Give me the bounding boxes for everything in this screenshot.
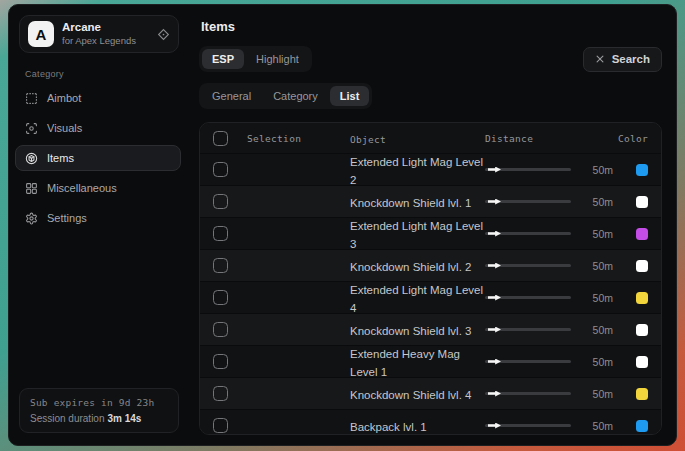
- gear-icon: [25, 212, 38, 225]
- color-swatch[interactable]: [636, 228, 648, 240]
- column-header-distance: Distance: [485, 133, 533, 144]
- row-object: Backpack lvl. 1: [350, 421, 427, 433]
- row-checkbox[interactable]: [213, 386, 228, 401]
- app-window: A Arcane for Apex Legends Category: [8, 4, 677, 446]
- pin-icon[interactable]: [157, 28, 170, 41]
- sidebar-item-label: Miscellaneous: [47, 182, 117, 194]
- column-header-selection: Selection: [247, 133, 301, 144]
- row-distance-value: 50m: [593, 164, 613, 176]
- app-name: Arcane: [62, 21, 149, 34]
- column-header-object: Object: [350, 134, 386, 145]
- sidebar-item-items[interactable]: Items: [15, 145, 181, 171]
- session-duration-text: Session duration3m 14s: [30, 413, 168, 424]
- row-distance-value: 50m: [593, 228, 613, 240]
- sidebar-item-settings[interactable]: Settings: [15, 205, 181, 231]
- row-object: Knockdown Shield lvl. 3: [350, 325, 471, 337]
- distance-slider[interactable]: [485, 420, 571, 432]
- color-swatch[interactable]: [636, 196, 648, 208]
- table-row: Extended Light Mag Level 3 50m: [200, 217, 661, 249]
- row-object: Knockdown Shield lvl. 4: [350, 389, 471, 401]
- table-row: Knockdown Shield lvl. 4 50m: [200, 377, 661, 409]
- row-checkbox[interactable]: [213, 226, 228, 241]
- tab-general[interactable]: General: [202, 86, 261, 106]
- mode-tabs: ESP Highlight: [199, 46, 312, 72]
- column-header-color: Color: [618, 133, 648, 144]
- row-object: Extended Heavy Mag Level 1: [350, 348, 460, 378]
- main-panel: Items ESP Highlight Search General Categ…: [187, 5, 676, 445]
- sidebar-item-label: Visuals: [47, 122, 82, 134]
- mode-toolbar: ESP Highlight Search: [199, 46, 662, 72]
- table-body: Extended Light Mag Level 2 50m Knockdown…: [200, 153, 661, 435]
- distance-slider[interactable]: [485, 260, 571, 272]
- sidebar-item-aimbot[interactable]: Aimbot: [15, 85, 181, 111]
- crosshair-box-icon: [25, 92, 38, 105]
- select-all-checkbox[interactable]: [213, 131, 228, 146]
- color-swatch[interactable]: [636, 164, 648, 176]
- tab-category[interactable]: Category: [263, 86, 328, 106]
- table-row: Extended Light Mag Level 4 50m: [200, 281, 661, 313]
- package-icon: [25, 152, 38, 165]
- row-distance-value: 50m: [593, 356, 613, 368]
- sidebar-item-label: Items: [47, 152, 74, 164]
- scan-eye-icon: [25, 122, 38, 135]
- sidebar-item-miscellaneous[interactable]: Miscellaneous: [15, 175, 181, 201]
- color-swatch[interactable]: [636, 420, 648, 432]
- color-swatch[interactable]: [636, 324, 648, 336]
- tab-esp[interactable]: ESP: [202, 49, 244, 69]
- distance-slider[interactable]: [485, 164, 571, 176]
- sidebar-item-label: Settings: [47, 212, 87, 224]
- distance-slider[interactable]: [485, 196, 571, 208]
- session-duration-value: 3m 14s: [108, 413, 142, 424]
- sub-expires-text: Sub expires in 9d 23h: [30, 397, 168, 408]
- distance-slider[interactable]: [485, 292, 571, 304]
- row-checkbox[interactable]: [213, 322, 228, 337]
- table-row: Extended Heavy Mag Level 1 50m: [200, 345, 661, 377]
- table-header-row: Selection Object Distance Color: [200, 123, 661, 153]
- row-checkbox[interactable]: [213, 162, 228, 177]
- view-tabs: General Category List: [199, 83, 372, 109]
- app-subtitle: for Apex Legends: [62, 36, 149, 47]
- row-distance-value: 50m: [593, 324, 613, 336]
- sidebar: A Arcane for Apex Legends Category: [9, 5, 187, 445]
- row-object: Knockdown Shield lvl. 2: [350, 261, 471, 273]
- row-checkbox[interactable]: [213, 194, 228, 209]
- sidebar-item-label: Aimbot: [47, 92, 81, 104]
- grid-icon: [25, 182, 38, 195]
- tab-highlight[interactable]: Highlight: [246, 49, 309, 69]
- items-table: Selection Object Distance Color Extended…: [199, 122, 662, 435]
- row-distance-value: 50m: [593, 260, 613, 272]
- x-icon: [595, 54, 605, 64]
- brand-card: A Arcane for Apex Legends: [19, 15, 179, 53]
- session-card: Sub expires in 9d 23h Session duration3m…: [19, 388, 179, 433]
- row-checkbox[interactable]: [213, 290, 228, 305]
- row-checkbox[interactable]: [213, 258, 228, 273]
- row-distance-value: 50m: [593, 420, 613, 432]
- row-object: Extended Light Mag Level 2: [350, 156, 483, 186]
- row-object: Knockdown Shield lvl. 1: [350, 197, 471, 209]
- row-object: Extended Light Mag Level 3: [350, 220, 483, 250]
- table-row: Extended Light Mag Level 2 50m: [200, 153, 661, 185]
- distance-slider[interactable]: [485, 324, 571, 336]
- row-distance-value: 50m: [593, 388, 613, 400]
- app-logo: A: [28, 21, 54, 47]
- color-swatch[interactable]: [636, 356, 648, 368]
- table-row: Knockdown Shield lvl. 1 50m: [200, 185, 661, 217]
- sidebar-item-visuals[interactable]: Visuals: [15, 115, 181, 141]
- distance-slider[interactable]: [485, 228, 571, 240]
- distance-slider[interactable]: [485, 388, 571, 400]
- search-button[interactable]: Search: [583, 47, 662, 72]
- sidebar-section-label: Category: [25, 69, 181, 79]
- color-swatch[interactable]: [636, 292, 648, 304]
- table-row: Backpack lvl. 1 50m: [200, 409, 661, 435]
- row-checkbox[interactable]: [213, 418, 228, 433]
- sidebar-nav: Aimbot Visuals: [15, 85, 181, 231]
- row-object: Extended Light Mag Level 4: [350, 284, 483, 314]
- page-title: Items: [201, 19, 662, 34]
- color-swatch[interactable]: [636, 388, 648, 400]
- color-swatch[interactable]: [636, 260, 648, 272]
- distance-slider[interactable]: [485, 356, 571, 368]
- table-row: Knockdown Shield lvl. 2 50m: [200, 249, 661, 281]
- tab-list[interactable]: List: [330, 86, 370, 106]
- row-checkbox[interactable]: [213, 354, 228, 369]
- search-button-label: Search: [612, 53, 650, 65]
